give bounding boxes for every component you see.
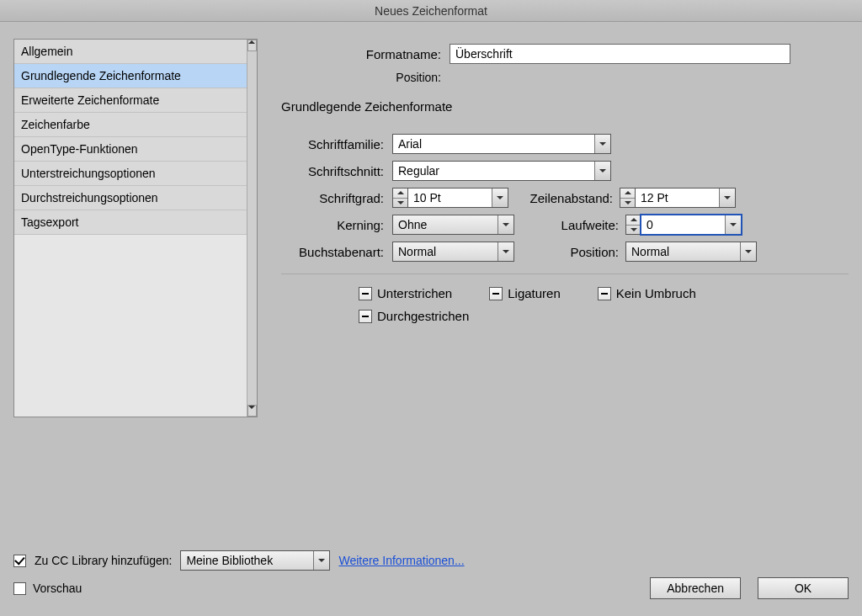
- preview-label: Vorschau: [33, 581, 82, 595]
- sidebar-item-advanced-char[interactable]: Erweiterte Zeichenformate: [14, 88, 247, 113]
- ligatures-label: Ligaturen: [508, 286, 561, 300]
- strike-label: Durchgestrichen: [377, 309, 469, 323]
- cancel-button[interactable]: Abbrechen: [650, 577, 741, 599]
- sidebar-item-strikethrough[interactable]: Durchstreichungsoptionen: [14, 186, 247, 210]
- sidebar-item-basic-char[interactable]: Grundlegende Zeichenformate: [14, 64, 247, 88]
- more-info-link[interactable]: Weitere Informationen...: [338, 554, 464, 567]
- cc-library-value: Meine Bibliothek: [181, 551, 314, 570]
- position-dropdown[interactable]: Normal: [625, 242, 757, 262]
- position-value: Normal: [626, 242, 741, 261]
- dropdown-arrow-icon: [314, 551, 329, 570]
- dropdown-arrow-icon: [726, 215, 741, 234]
- leading-spinner[interactable]: [620, 188, 635, 208]
- tracking-value: 0: [641, 215, 726, 234]
- leading-value: 12 Pt: [636, 189, 720, 207]
- kerning-label: Kerning:: [281, 218, 392, 232]
- sidebar-scrollbar[interactable]: [247, 40, 257, 417]
- scroll-down-btn[interactable]: [247, 405, 257, 417]
- sidebar-item-underline[interactable]: Unterstreichungsoptionen: [14, 162, 247, 186]
- sidebar-item-general[interactable]: Allgemein: [14, 40, 247, 64]
- spinner-down-icon[interactable]: [393, 199, 407, 208]
- font-family-label: Schriftfamilie:: [281, 137, 392, 151]
- dropdown-arrow-icon: [498, 242, 513, 261]
- spinner-up-icon[interactable]: [626, 215, 641, 226]
- tracking-label: Laufweite:: [531, 218, 625, 232]
- strike-tristate[interactable]: Durchgestrichen: [359, 309, 469, 323]
- preview-checkbox[interactable]: [13, 582, 26, 595]
- tristate-icon: [359, 310, 372, 323]
- nobreak-tristate[interactable]: Kein Umbruch: [598, 286, 696, 300]
- sidebar-item-char-color[interactable]: Zeichenfarbe: [14, 113, 247, 137]
- scroll-up-btn[interactable]: [247, 40, 257, 51]
- font-style-value: Regular: [393, 162, 595, 180]
- tristate-icon: [489, 287, 503, 300]
- spinner-up-icon[interactable]: [620, 189, 635, 199]
- category-list: Allgemein Grundlegende Zeichenformate Er…: [13, 39, 258, 417]
- underline-label: Unterstrichen: [377, 286, 452, 300]
- dialog-title: Neues Zeichenformat: [0, 0, 862, 22]
- spinner-down-icon[interactable]: [626, 226, 641, 235]
- cc-library-checkbox[interactable]: [13, 555, 26, 567]
- dropdown-arrow-icon: [498, 215, 513, 234]
- ok-button[interactable]: OK: [758, 577, 849, 599]
- dropdown-arrow-icon: [741, 242, 756, 261]
- ligatures-tristate[interactable]: Ligaturen: [489, 286, 561, 300]
- kerning-dropdown[interactable]: Ohne: [392, 215, 514, 235]
- dropdown-arrow-icon: [595, 162, 610, 180]
- position2-label: Position:: [531, 245, 625, 259]
- format-name-label: Formatname:: [281, 47, 450, 61]
- sidebar-item-tagsexport[interactable]: Tagsexport: [14, 210, 247, 235]
- leading-label: Zeilenabstand:: [525, 191, 620, 205]
- format-name-input[interactable]: [450, 44, 790, 64]
- leading-dropdown[interactable]: 12 Pt: [635, 188, 736, 208]
- case-value: Normal: [393, 242, 498, 261]
- spinner-up-icon[interactable]: [393, 189, 407, 199]
- section-title: Grundlegende Zeichenformate: [281, 99, 849, 119]
- tracking-dropdown[interactable]: 0: [641, 215, 742, 235]
- dropdown-arrow-icon: [595, 135, 610, 153]
- tracking-spinner[interactable]: [625, 215, 641, 235]
- dropdown-arrow-icon: [720, 189, 735, 207]
- cc-library-dropdown[interactable]: Meine Bibliothek: [180, 550, 330, 571]
- sidebar-item-opentype[interactable]: OpenType-Funktionen: [14, 137, 247, 162]
- font-family-value: Arial: [393, 135, 595, 153]
- cc-library-label: Zu CC Library hinzufügen:: [35, 554, 172, 567]
- case-dropdown[interactable]: Normal: [392, 242, 514, 262]
- kerning-value: Ohne: [393, 215, 498, 234]
- underline-tristate[interactable]: Unterstrichen: [359, 286, 452, 300]
- nobreak-label: Kein Umbruch: [616, 286, 696, 300]
- position-label: Position:: [281, 71, 450, 84]
- tristate-icon: [359, 287, 372, 300]
- font-style-dropdown[interactable]: Regular: [392, 161, 611, 181]
- size-value: 10 Pt: [408, 189, 492, 207]
- divider: [281, 273, 849, 274]
- spinner-down-icon[interactable]: [620, 199, 635, 208]
- size-spinner[interactable]: [392, 188, 407, 208]
- dropdown-arrow-icon: [492, 189, 508, 207]
- size-label: Schriftgrad:: [281, 191, 392, 205]
- case-label: Buchstabenart:: [281, 245, 392, 259]
- tristate-icon: [598, 287, 611, 300]
- size-dropdown[interactable]: 10 Pt: [407, 188, 508, 208]
- font-family-dropdown[interactable]: Arial: [392, 134, 611, 154]
- font-style-label: Schriftschnitt:: [281, 164, 392, 178]
